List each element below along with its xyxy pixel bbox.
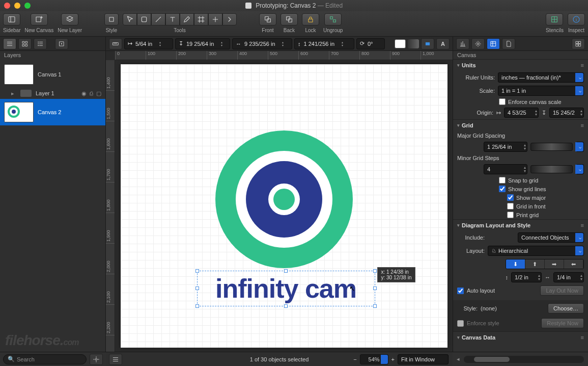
restyle-now-button[interactable]: Restyle Now bbox=[541, 318, 584, 328]
canvas-viewport[interactable]: infinity cam x: 1 24/38 in y: 30 12/38 i… bbox=[115, 60, 453, 352]
presentation-mode-button[interactable] bbox=[109, 354, 122, 365]
auto-layout-checkbox[interactable] bbox=[457, 287, 464, 294]
origin-x-field[interactable]: 4 53/25▴▾ bbox=[504, 108, 539, 118]
height-field[interactable]: ↕1 241/256 in▴▾ bbox=[294, 38, 354, 49]
inspector-tab-properties[interactable] bbox=[471, 38, 485, 49]
ruler-units-select[interactable]: inches — fractional (in)*⌵ bbox=[498, 72, 584, 83]
pen-tool-button[interactable] bbox=[180, 13, 194, 25]
include-select[interactable]: Connected Objects⌵ bbox=[518, 232, 584, 243]
width-field[interactable]: ↔9 235/256 in▴▾ bbox=[232, 38, 292, 49]
resize-handle-nw[interactable] bbox=[195, 269, 199, 273]
layout-now-button[interactable]: Lay Out Now bbox=[540, 285, 584, 296]
view-mode-outline-button[interactable] bbox=[34, 38, 47, 49]
minor-grid-field[interactable]: 4▴▾ bbox=[484, 164, 527, 174]
text-style-button[interactable]: A bbox=[436, 38, 450, 49]
disclosure-icon[interactable]: ▸ bbox=[11, 90, 16, 97]
zoom-out-button[interactable]: − bbox=[353, 356, 356, 362]
enforce-scale-checkbox[interactable]: Enforce canvas scale bbox=[453, 97, 588, 106]
fill-color-swatch[interactable] bbox=[395, 39, 406, 48]
direction-right-button[interactable]: ➡ bbox=[545, 259, 564, 269]
zoom-field[interactable]: 54% bbox=[360, 354, 388, 364]
ruler-toggle-button[interactable] bbox=[109, 38, 122, 49]
section-menu-icon[interactable]: ≡ bbox=[581, 222, 584, 228]
bring-front-button[interactable] bbox=[259, 13, 276, 25]
stencils-button[interactable] bbox=[546, 13, 563, 25]
lock-button[interactable] bbox=[302, 13, 319, 25]
print-grid-checkbox[interactable]: Print grid bbox=[453, 211, 588, 219]
show-major-checkbox[interactable]: Show major bbox=[453, 193, 588, 202]
canvas-row[interactable]: Canvas 2 bbox=[0, 99, 105, 125]
choose-style-button[interactable]: Choose… bbox=[548, 303, 584, 313]
rotation-field[interactable]: ⟳0° bbox=[356, 38, 385, 49]
fit-select[interactable]: Fit in Window bbox=[398, 354, 449, 364]
horizontal-ruler[interactable]: 01002003004005006007008009001,000 bbox=[115, 51, 453, 60]
layer-row[interactable]: ▸ Layer 1 ◉ ⎙ ▢ bbox=[0, 88, 105, 99]
style-button[interactable] bbox=[104, 13, 119, 25]
snap-grid-checkbox[interactable]: Snap to grid bbox=[453, 176, 588, 185]
layer-search-input[interactable]: 🔍Search bbox=[3, 354, 87, 364]
inspector-tab-object[interactable] bbox=[456, 38, 469, 49]
resize-handle-e[interactable] bbox=[373, 286, 377, 290]
text-tool-button[interactable] bbox=[165, 13, 180, 25]
resize-handle-ne[interactable] bbox=[373, 269, 377, 273]
inspect-button[interactable] bbox=[568, 13, 585, 25]
resize-handle-w[interactable] bbox=[195, 286, 199, 290]
resize-handle-sw[interactable] bbox=[195, 304, 199, 308]
section-menu-icon[interactable]: ≡ bbox=[581, 334, 584, 341]
more-tools-button[interactable] bbox=[222, 13, 237, 25]
resize-handle-s[interactable] bbox=[284, 304, 288, 308]
shape-preset-button[interactable] bbox=[421, 38, 434, 49]
resize-handle-n[interactable] bbox=[284, 269, 288, 273]
new-canvas-button[interactable] bbox=[31, 13, 48, 25]
point-tool-button[interactable] bbox=[208, 13, 222, 25]
units-section-header[interactable]: Units≡ bbox=[453, 60, 588, 71]
layout-section-header[interactable]: Diagram Layout and Style≡ bbox=[453, 220, 588, 231]
show-gridlines-checkbox[interactable]: Show grid lines bbox=[453, 185, 588, 193]
y-position-field[interactable]: ↧19 25/64 in▴▾ bbox=[175, 38, 230, 49]
resize-handle-se[interactable] bbox=[373, 304, 377, 308]
logo-rings[interactable] bbox=[215, 130, 353, 268]
ungroup-button[interactable] bbox=[324, 13, 342, 25]
enforce-style-checkbox[interactable] bbox=[457, 320, 464, 327]
text-object-selection[interactable]: infinity cam x: 1 24/38 in y: 30 12/38 i… bbox=[197, 271, 375, 306]
h-spacing-field[interactable]: 1/4 in▴▾ bbox=[553, 272, 584, 282]
shape-tool-button[interactable] bbox=[137, 13, 151, 25]
canvas-page[interactable]: infinity cam x: 1 24/38 in y: 30 12/38 i… bbox=[121, 64, 447, 348]
direction-up-button[interactable]: ⬆ bbox=[525, 259, 545, 269]
collapse-icon[interactable]: ◂ bbox=[453, 356, 460, 362]
stroke-style-swatch[interactable] bbox=[408, 39, 419, 48]
major-grid-field[interactable]: 1 25/64 in▴▾ bbox=[484, 142, 527, 152]
inspector-tab-canvas[interactable] bbox=[487, 38, 500, 49]
layer-settings-button[interactable] bbox=[90, 354, 103, 365]
major-grid-color-select[interactable]: ⌵ bbox=[576, 142, 584, 152]
layout-select[interactable]: ♘Hierarchical⌵ bbox=[488, 246, 584, 256]
direction-down-button[interactable]: ⬇ bbox=[506, 259, 525, 269]
grid-front-checkbox[interactable]: Grid in front bbox=[453, 202, 588, 211]
scale-select[interactable]: 1 in = 1 in⌵ bbox=[498, 86, 584, 96]
v-spacing-field[interactable]: 1/2 in▴▾ bbox=[511, 272, 542, 282]
canvas-data-section-header[interactable]: Canvas Data≡ bbox=[453, 332, 588, 344]
inspector-expand-button[interactable] bbox=[572, 38, 585, 49]
line-tool-button[interactable] bbox=[151, 13, 165, 25]
selection-tool-button[interactable] bbox=[123, 13, 137, 25]
direction-left-button[interactable]: ⬅ bbox=[564, 259, 583, 269]
origin-y-field[interactable]: 15 245/2▴▾ bbox=[549, 108, 584, 118]
vertical-ruler[interactable]: 1,4001,5001,6001,7001,8001,9002,0002,100… bbox=[106, 60, 115, 352]
section-menu-icon[interactable]: ≡ bbox=[581, 122, 584, 128]
print-icon[interactable]: ⎙ bbox=[90, 90, 93, 97]
inspector-tab-document[interactable] bbox=[502, 38, 515, 49]
layout-direction-segmented[interactable]: ⬇ ⬆ ➡ ⬅ bbox=[506, 259, 584, 269]
section-menu-icon[interactable]: ≡ bbox=[581, 62, 584, 68]
sidebar-toggle-button[interactable] bbox=[3, 13, 20, 25]
horizontal-scrollbar[interactable] bbox=[464, 356, 584, 363]
view-mode-grid-button[interactable] bbox=[18, 38, 32, 49]
artboard-tool-button[interactable] bbox=[194, 13, 208, 25]
send-back-button[interactable] bbox=[281, 13, 298, 25]
x-position-field[interactable]: ↦5/64 in▴▾ bbox=[124, 38, 173, 49]
minor-grid-color-select[interactable]: ⌵ bbox=[576, 164, 584, 174]
lock-layer-icon[interactable]: ▢ bbox=[96, 90, 101, 97]
logo-text[interactable]: infinity cam bbox=[215, 273, 356, 304]
view-mode-list-button[interactable] bbox=[3, 38, 16, 49]
zoom-in-button[interactable]: + bbox=[391, 356, 395, 362]
new-layer-button[interactable] bbox=[61, 13, 78, 25]
